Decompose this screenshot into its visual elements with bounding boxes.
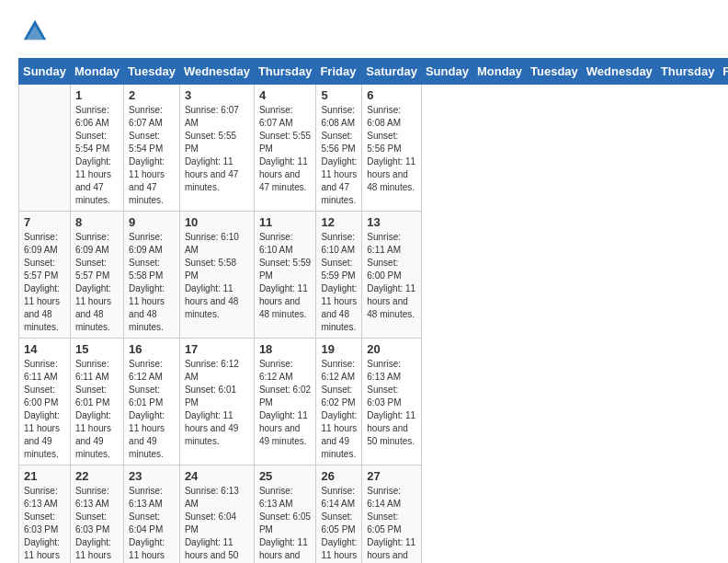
day-info: Sunrise: 6:13 AMSunset: 6:05 PMDaylight:…	[259, 485, 312, 563]
day-number: 25	[259, 469, 312, 483]
day-info: Sunrise: 6:13 AMSunset: 6:04 PMDaylight:…	[185, 485, 249, 563]
column-header-thursday: Thursday	[656, 59, 719, 85]
day-number: 5	[321, 88, 357, 102]
day-info: Sunrise: 6:09 AMSunset: 5:58 PMDaylight:…	[129, 231, 175, 334]
day-number: 9	[129, 215, 175, 229]
calendar-week-4: 21Sunrise: 6:13 AMSunset: 6:03 PMDayligh…	[19, 465, 729, 563]
day-info: Sunrise: 6:12 AMSunset: 6:01 PMDaylight:…	[129, 358, 175, 461]
calendar-cell: 18Sunrise: 6:12 AMSunset: 6:02 PMDayligh…	[254, 339, 316, 465]
column-header-friday: Friday	[316, 59, 362, 85]
calendar-cell: 26Sunrise: 6:14 AMSunset: 6:05 PMDayligh…	[316, 465, 362, 563]
day-number: 16	[129, 342, 175, 356]
calendar-cell: 1Sunrise: 6:06 AMSunset: 5:54 PMDaylight…	[70, 85, 123, 212]
column-header-tuesday: Tuesday	[124, 59, 180, 85]
day-number: 7	[24, 215, 65, 229]
day-info: Sunrise: 6:08 AMSunset: 5:56 PMDaylight:…	[321, 104, 357, 207]
day-info: Sunrise: 6:14 AMSunset: 6:05 PMDaylight:…	[367, 485, 416, 563]
calendar-cell: 7Sunrise: 6:09 AMSunset: 5:57 PMDaylight…	[19, 212, 71, 339]
calendar-cell: 8Sunrise: 6:09 AMSunset: 5:57 PMDaylight…	[70, 212, 123, 339]
logo-icon	[22, 18, 48, 44]
column-header-saturday: Saturday	[362, 59, 422, 85]
day-number: 4	[259, 88, 312, 102]
day-info: Sunrise: 6:07 AMSunset: 5:55 PMDaylight:…	[185, 104, 249, 194]
column-header-monday: Monday	[70, 59, 123, 85]
day-number: 11	[259, 215, 312, 229]
day-info: Sunrise: 6:12 AMSunset: 6:02 PMDaylight:…	[259, 358, 312, 448]
day-info: Sunrise: 6:07 AMSunset: 5:55 PMDaylight:…	[259, 104, 312, 194]
day-info: Sunrise: 6:10 AMSunset: 5:59 PMDaylight:…	[259, 231, 312, 321]
day-number: 20	[367, 342, 416, 356]
logo	[18, 18, 48, 49]
day-number: 12	[321, 215, 357, 229]
calendar-cell: 19Sunrise: 6:12 AMSunset: 6:02 PMDayligh…	[316, 339, 362, 465]
calendar-cell: 6Sunrise: 6:08 AMSunset: 5:56 PMDaylight…	[362, 85, 422, 212]
day-number: 15	[75, 342, 119, 356]
calendar-cell: 16Sunrise: 6:12 AMSunset: 6:01 PMDayligh…	[124, 339, 180, 465]
calendar-cell: 13Sunrise: 6:11 AMSunset: 6:00 PMDayligh…	[362, 212, 422, 339]
calendar-cell: 2Sunrise: 6:07 AMSunset: 5:54 PMDaylight…	[124, 85, 180, 212]
day-number: 2	[129, 88, 175, 102]
day-info: Sunrise: 6:13 AMSunset: 6:03 PMDaylight:…	[367, 358, 416, 448]
day-info: Sunrise: 6:13 AMSunset: 6:03 PMDaylight:…	[24, 485, 65, 563]
calendar-cell: 9Sunrise: 6:09 AMSunset: 5:58 PMDaylight…	[124, 212, 180, 339]
day-info: Sunrise: 6:11 AMSunset: 6:00 PMDaylight:…	[24, 358, 65, 461]
day-info: Sunrise: 6:14 AMSunset: 6:05 PMDaylight:…	[321, 485, 357, 563]
day-info: Sunrise: 6:08 AMSunset: 5:56 PMDaylight:…	[367, 104, 416, 194]
day-number: 22	[75, 469, 119, 483]
day-number: 18	[259, 342, 312, 356]
calendar-cell: 4Sunrise: 6:07 AMSunset: 5:55 PMDaylight…	[254, 85, 316, 212]
page-header	[18, 18, 710, 49]
day-number: 23	[129, 469, 175, 483]
day-info: Sunrise: 6:13 AMSunset: 6:04 PMDaylight:…	[129, 485, 175, 563]
column-header-wednesday: Wednesday	[582, 59, 656, 85]
calendar-cell: 3Sunrise: 6:07 AMSunset: 5:55 PMDaylight…	[179, 85, 254, 212]
column-header-tuesday: Tuesday	[527, 59, 583, 85]
day-number: 17	[185, 342, 249, 356]
calendar-cell: 10Sunrise: 6:10 AMSunset: 5:58 PMDayligh…	[179, 212, 254, 339]
day-info: Sunrise: 6:12 AMSunset: 6:02 PMDaylight:…	[321, 358, 357, 461]
calendar-cell	[19, 85, 71, 212]
calendar-cell: 11Sunrise: 6:10 AMSunset: 5:59 PMDayligh…	[254, 212, 316, 339]
calendar-week-1: 1Sunrise: 6:06 AMSunset: 5:54 PMDaylight…	[19, 85, 729, 212]
calendar-week-3: 14Sunrise: 6:11 AMSunset: 6:00 PMDayligh…	[19, 339, 729, 465]
column-header-sunday: Sunday	[421, 59, 472, 85]
day-number: 19	[321, 342, 357, 356]
day-number: 26	[321, 469, 357, 483]
calendar-table: SundayMondayTuesdayWednesdayThursdayFrid…	[18, 58, 728, 563]
day-number: 8	[75, 215, 119, 229]
calendar-cell: 15Sunrise: 6:11 AMSunset: 6:01 PMDayligh…	[70, 339, 123, 465]
column-header-monday: Monday	[472, 59, 526, 85]
column-header-wednesday: Wednesday	[179, 59, 254, 85]
day-info: Sunrise: 6:10 AMSunset: 5:59 PMDaylight:…	[321, 231, 357, 334]
calendar-cell: 24Sunrise: 6:13 AMSunset: 6:04 PMDayligh…	[179, 465, 254, 563]
day-info: Sunrise: 6:10 AMSunset: 5:58 PMDaylight:…	[185, 231, 249, 321]
calendar-cell: 12Sunrise: 6:10 AMSunset: 5:59 PMDayligh…	[316, 212, 362, 339]
day-info: Sunrise: 6:07 AMSunset: 5:54 PMDaylight:…	[129, 104, 175, 207]
day-number: 21	[24, 469, 65, 483]
calendar-cell: 5Sunrise: 6:08 AMSunset: 5:56 PMDaylight…	[316, 85, 362, 212]
day-number: 14	[24, 342, 65, 356]
calendar-cell: 14Sunrise: 6:11 AMSunset: 6:00 PMDayligh…	[19, 339, 71, 465]
column-header-friday: Friday	[719, 59, 728, 85]
calendar-cell: 17Sunrise: 6:12 AMSunset: 6:01 PMDayligh…	[179, 339, 254, 465]
calendar-cell: 23Sunrise: 6:13 AMSunset: 6:04 PMDayligh…	[124, 465, 180, 563]
day-number: 6	[367, 88, 416, 102]
column-header-thursday: Thursday	[254, 59, 316, 85]
day-info: Sunrise: 6:13 AMSunset: 6:03 PMDaylight:…	[75, 485, 119, 563]
column-header-sunday: Sunday	[19, 59, 71, 85]
calendar-cell: 25Sunrise: 6:13 AMSunset: 6:05 PMDayligh…	[254, 465, 316, 563]
day-info: Sunrise: 6:12 AMSunset: 6:01 PMDaylight:…	[185, 358, 249, 448]
day-info: Sunrise: 6:09 AMSunset: 5:57 PMDaylight:…	[75, 231, 119, 334]
day-info: Sunrise: 6:06 AMSunset: 5:54 PMDaylight:…	[75, 104, 119, 207]
calendar-cell: 27Sunrise: 6:14 AMSunset: 6:05 PMDayligh…	[362, 465, 422, 563]
day-number: 3	[185, 88, 249, 102]
calendar-cell: 22Sunrise: 6:13 AMSunset: 6:03 PMDayligh…	[70, 465, 123, 563]
day-info: Sunrise: 6:11 AMSunset: 6:00 PMDaylight:…	[367, 231, 416, 321]
day-number: 13	[367, 215, 416, 229]
day-number: 1	[75, 88, 119, 102]
calendar-cell: 20Sunrise: 6:13 AMSunset: 6:03 PMDayligh…	[362, 339, 422, 465]
day-info: Sunrise: 6:11 AMSunset: 6:01 PMDaylight:…	[75, 358, 119, 461]
calendar-week-2: 7Sunrise: 6:09 AMSunset: 5:57 PMDaylight…	[19, 212, 729, 339]
calendar-cell: 21Sunrise: 6:13 AMSunset: 6:03 PMDayligh…	[19, 465, 71, 563]
day-number: 10	[185, 215, 249, 229]
